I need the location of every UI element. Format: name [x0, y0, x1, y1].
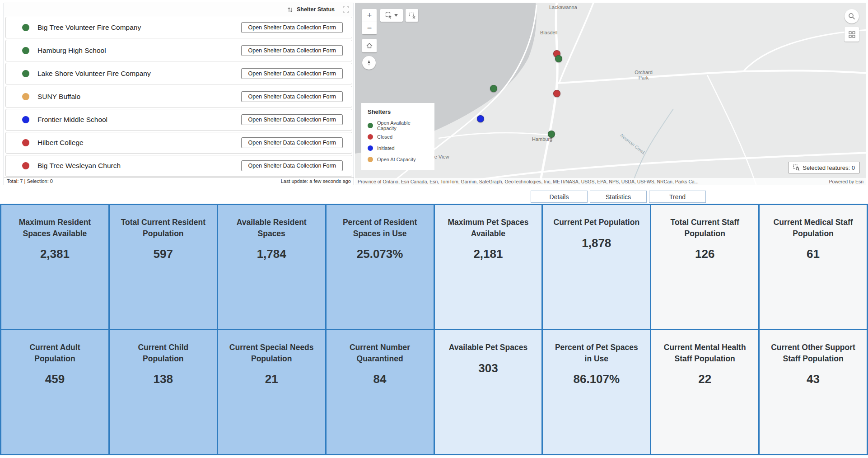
- shelter-name: Frontier Middle School: [37, 116, 107, 124]
- stat-value: 303: [478, 361, 498, 375]
- legend-dot: [368, 123, 373, 128]
- shelter-name: Big Tree Wesleyan Church: [37, 162, 121, 170]
- stat-title: Available Pet Spaces: [449, 342, 527, 353]
- list-item[interactable]: Big Tree Volunteer Fire Company Open She…: [5, 17, 352, 38]
- stat-card: Current Other Support Staff Population 4…: [760, 330, 867, 454]
- stat-card: Current Number Quarantined 84: [327, 330, 434, 454]
- legend-title: Shelters: [368, 108, 429, 115]
- sort-icon[interactable]: [287, 7, 293, 13]
- stat-value: 43: [807, 372, 820, 386]
- legend-label: Closed: [377, 134, 392, 140]
- shelter-marker[interactable]: [490, 85, 497, 92]
- tab-trend[interactable]: Trend: [649, 191, 706, 203]
- stat-value: 84: [373, 372, 387, 386]
- compass-icon: [365, 59, 373, 66]
- status-dot: [22, 70, 29, 77]
- status-dot: [22, 47, 29, 54]
- list-item[interactable]: Frontier Middle School Open Shelter Data…: [5, 109, 352, 131]
- stat-card: Maximum Pet Spaces Available 2,181: [435, 205, 542, 329]
- chevron-down-icon: [394, 14, 398, 17]
- open-shelter-form-button[interactable]: Open Shelter Data Collection Form: [241, 68, 343, 79]
- open-shelter-form-button[interactable]: Open Shelter Data Collection Form: [241, 91, 343, 102]
- open-shelter-form-button[interactable]: Open Shelter Data Collection Form: [241, 114, 343, 125]
- attribution-text: Province of Ontario, Esri Canada, Esri, …: [358, 179, 823, 184]
- status-dot: [22, 24, 29, 31]
- stat-title: Current Medical Staff Population: [769, 217, 857, 239]
- stat-value: 1,784: [257, 247, 286, 261]
- list-item[interactable]: Lake Shore Volunteer Fire Company Open S…: [5, 63, 352, 84]
- open-shelter-form-button[interactable]: Open Shelter Data Collection Form: [241, 45, 343, 56]
- powered-by-esri: Powered by Esri: [829, 179, 863, 184]
- status-dot: [22, 139, 29, 146]
- list-item[interactable]: SUNY Buffalo Open Shelter Data Collectio…: [5, 86, 352, 107]
- zoom-in-button[interactable]: +: [362, 9, 377, 22]
- legend-dot: [368, 157, 373, 162]
- list-item[interactable]: Hilbert College Open Shelter Data Collec…: [5, 132, 352, 154]
- home-button[interactable]: [362, 39, 377, 52]
- stat-value: 459: [45, 372, 65, 386]
- stat-value: 2,381: [40, 247, 70, 261]
- basemap-grid-button[interactable]: [845, 27, 859, 42]
- legend-item: Closed: [368, 131, 429, 142]
- stat-title: Current Pet Population: [554, 217, 640, 228]
- legend-label: Initiated: [377, 145, 395, 151]
- open-shelter-form-button[interactable]: Open Shelter Data Collection Form: [241, 22, 343, 33]
- stat-title: Current Child Population: [119, 342, 207, 364]
- stat-title: Current Special Needs Population: [228, 342, 316, 364]
- clear-selection-button[interactable]: [406, 9, 418, 22]
- stat-card: Percent of Pet Spaces in Use 86.107%: [543, 330, 650, 454]
- map-legend: Shelters Open Available Capacity Closed …: [361, 103, 434, 170]
- stat-title: Current Other Support Staff Population: [769, 342, 857, 364]
- list-count: Total: 7 | Selection: 0: [7, 178, 53, 184]
- stat-card: Current Special Needs Population 21: [218, 330, 325, 454]
- stat-card: Current Mental Health Staff Population 2…: [651, 330, 758, 454]
- list-item[interactable]: Big Tree Wesleyan Church Open Shelter Da…: [5, 155, 352, 177]
- list-item[interactable]: Hamburg High School Open Shelter Data Co…: [5, 40, 352, 61]
- expand-icon[interactable]: [343, 6, 349, 13]
- shelter-marker[interactable]: [477, 115, 484, 122]
- compass-button[interactable]: [362, 56, 376, 70]
- place-label-lackawanna: Lackawanna: [549, 5, 577, 10]
- shelter-marker[interactable]: [555, 55, 562, 62]
- tab-statistics[interactable]: Statistics: [590, 191, 647, 203]
- stat-title: Maximum Resident Spaces Available: [11, 217, 99, 239]
- select-tool-button[interactable]: [380, 9, 403, 22]
- stat-card: Current Pet Population 1,878: [543, 205, 650, 329]
- home-icon: [366, 42, 373, 49]
- select-icon: [385, 12, 392, 19]
- stat-title: Total Current Resident Population: [119, 217, 207, 239]
- stat-value: 21: [265, 372, 278, 386]
- selected-features-button[interactable]: Selected features: 0: [788, 162, 860, 173]
- status-dot: [22, 93, 29, 100]
- shelter-name: Lake Shore Volunteer Fire Company: [37, 70, 151, 78]
- shelter-marker[interactable]: [553, 90, 560, 97]
- search-button[interactable]: [845, 9, 859, 23]
- map-attribution: Province of Ontario, Esri Canada, Esri, …: [355, 178, 866, 185]
- shelter-name: SUNY Buffalo: [37, 93, 80, 101]
- stat-card: Available Pet Spaces 303: [435, 330, 542, 454]
- stat-card: Total Current Staff Population 126: [651, 205, 758, 329]
- panel-tabs: Details Statistics Trend: [531, 191, 706, 203]
- place-label-blasdell: Blasdell: [540, 30, 558, 35]
- shelter-status-header: Shelter Status: [4, 3, 354, 16]
- status-dot: [22, 116, 29, 123]
- stat-value: 61: [807, 247, 820, 261]
- zoom-out-button[interactable]: −: [362, 22, 377, 34]
- stat-value: 22: [698, 372, 711, 386]
- shelter-marker[interactable]: [548, 131, 555, 138]
- grid-icon: [849, 31, 855, 38]
- place-label-orchard-park: Orchard Park: [631, 70, 656, 80]
- map[interactable]: Lackawanna Blasdell Orchard Park Hamburg…: [355, 3, 866, 185]
- list-footer: Total: 7 | Selection: 0 Last update: a f…: [4, 177, 354, 185]
- legend-item: Initiated: [368, 142, 429, 154]
- stat-value: 138: [154, 372, 173, 386]
- zoom-controls: + −: [362, 9, 377, 34]
- stat-title: Available Resident Spaces: [228, 217, 316, 239]
- stat-value: 86.107%: [573, 372, 620, 386]
- tab-details[interactable]: Details: [531, 191, 588, 203]
- legend-item: Open Available Capacity: [368, 120, 429, 131]
- shelter-name: Big Tree Volunteer Fire Company: [37, 23, 141, 32]
- open-shelter-form-button[interactable]: Open Shelter Data Collection Form: [241, 160, 343, 171]
- open-shelter-form-button[interactable]: Open Shelter Data Collection Form: [241, 137, 343, 148]
- legend-label: Open Available Capacity: [377, 120, 429, 131]
